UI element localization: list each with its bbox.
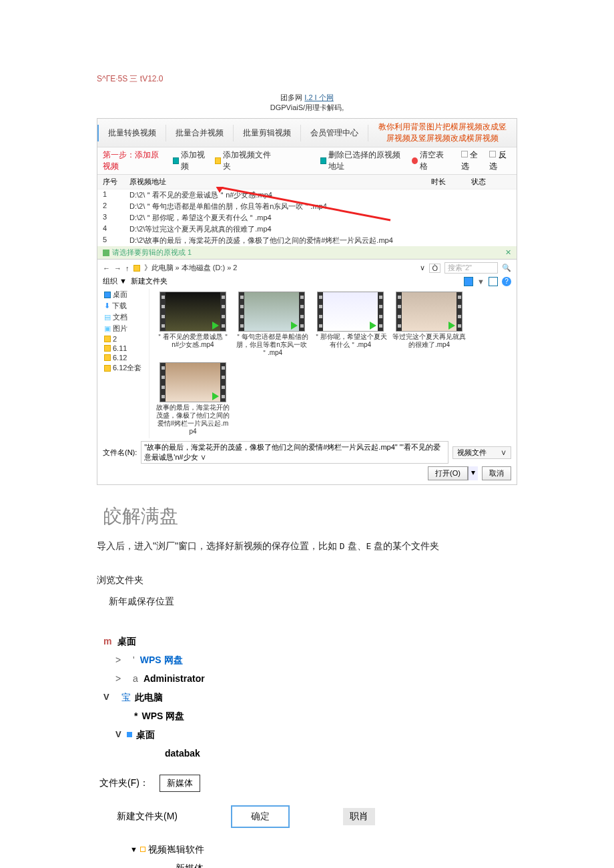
- folder-tree: m 桌面 'WPS 网盘 aAdministrator 宝此电脑 *WPS 网盘…: [103, 632, 517, 763]
- sidebar-item-pictures[interactable]: ▣图片: [103, 323, 149, 334]
- table-row[interactable]: 3D:\2\＂那你呢，希望这个夏天有什么＂.mp4: [97, 212, 517, 224]
- add-video-button[interactable]: 添加视频: [173, 149, 208, 172]
- list-header: 序号 原视频地址 时长 状态: [97, 175, 517, 189]
- close-icon[interactable]: ✕: [505, 248, 511, 257]
- delete-selected-button[interactable]: 删除已选择的原视频地址: [320, 149, 405, 172]
- add-video-icon: [173, 157, 179, 164]
- promo-hint: 教你利用背景图片把横屏视频改成竖屏视频及竖屏视频改成横屏视频: [368, 119, 517, 147]
- tree-node-video-soft[interactable]: ▼ 视频嶲辑软件: [130, 840, 517, 859]
- cancel-button-2[interactable]: 职肖: [343, 808, 375, 825]
- ok-button[interactable]: 确定: [231, 805, 290, 828]
- sidebar-item-folder-2[interactable]: 2: [103, 334, 149, 344]
- video-thumbnail[interactable]: 等过完这个夏天再见就真的很难了.mp4: [392, 292, 466, 349]
- clear-icon: [412, 157, 418, 164]
- search-icon[interactable]: 🔍: [502, 264, 511, 272]
- nav-fwd-icon[interactable]: →: [114, 264, 121, 272]
- organize-menu[interactable]: 组织 ▼: [103, 276, 127, 286]
- app-window: 批量转换视频 批量合并视频 批量剪辑视频 会员管理中心 教你利用背景图片把横屏视…: [97, 118, 517, 485]
- section-heading: 皎解满盘: [103, 504, 517, 529]
- dialog-sidebar: 桌面 ⬇下载 ▤文档 ▣图片 2 6.11 6.12 6.12全套: [103, 289, 149, 438]
- preview-pane-icon[interactable]: [489, 277, 498, 286]
- sidebar-item-downloads[interactable]: ⬇下载: [103, 300, 149, 312]
- tab-merge[interactable]: 批量合并视频: [166, 125, 234, 141]
- video-thumbnail[interactable]: ＂每句忠语都是单船借的朋，你且等着n东风一吹＂.mp4: [235, 292, 308, 357]
- sidebar-item-folder-612[interactable]: 6.12: [103, 353, 149, 362]
- tree-node-newmedia[interactable]: 新媒体: [176, 859, 517, 868]
- sidebar-item-desktop[interactable]: 桌面: [103, 289, 149, 300]
- instruction-paragraph: 导入后，进入"浏厂"窗口，选择好新视频的保存位置，比如 D 盘、E 盘的某个文件…: [97, 538, 517, 554]
- breadcrumb-path[interactable]: 》此电脑 » 本地磁盘 (D:) » 2: [144, 263, 416, 273]
- table-row[interactable]: 4D:\2\等过完这个夏天再见就真的很难了.mp4: [97, 224, 517, 235]
- folder-field-label: 文件夹(F)：: [99, 777, 149, 789]
- folder-field-input[interactable]: 新媒体: [160, 775, 200, 792]
- tree-node-wps[interactable]: 'WPS 网盘: [115, 650, 517, 669]
- clear-table-button[interactable]: 清空表格: [412, 149, 447, 172]
- table-row[interactable]: 5D:\2\故事的最后，海棠花开的茂盛，像极了他们之间的爱情#烤栏一片风云起.m…: [97, 235, 517, 246]
- browse-folder-title: 浏览文件夹: [97, 574, 517, 586]
- step-label: 第一步：添加原视频: [103, 149, 166, 172]
- tabs-row: 批量转换视频 批量合并视频 批量剪辑视频 会员管理中心 教你利用背景图片把横屏视…: [97, 119, 517, 147]
- file-open-dialog: ← → ↑ 》此电脑 » 本地磁盘 (D:) » 2 ∨Ò 搜索"2" 🔍 组织…: [97, 259, 517, 484]
- help-icon[interactable]: ?: [502, 277, 511, 286]
- add-folder-button[interactable]: 添加视频文件夹: [215, 149, 272, 172]
- table-row[interactable]: 2D:\2\＂每句忠语都是单船借的朋，你且等着n东风一吹＂.mp4: [97, 201, 517, 212]
- video-thumbnail[interactable]: 故事的最后，海棠花开的茂盛，像极了他们之间的爱情#烤栏一片风云起.mp4: [156, 362, 230, 436]
- tail-tree: ▼ 视频嶲辑软件 新媒体 >‰本地磁盆(C:): [130, 840, 517, 868]
- col-duration: 时长: [431, 177, 471, 187]
- filename-input[interactable]: "故事的最后，海棠花开的茂盛，像极了他们之间的爱情#烤栏一片风云起.mp4" "…: [141, 441, 448, 464]
- make-folder-button[interactable]: 新建文件夹(M): [117, 811, 178, 823]
- open-button[interactable]: 打开(O)▾: [428, 466, 478, 480]
- tree-node-desktop-2[interactable]: 桌面: [115, 725, 517, 744]
- filename-label: 文件名(N):: [103, 448, 137, 458]
- sidebar-item-folder-612all[interactable]: 6.12全套: [103, 362, 149, 374]
- invert-checkbox[interactable]: 反选: [489, 149, 511, 172]
- sidebar-item-documents[interactable]: ▤文档: [103, 312, 149, 323]
- tree-node-thispc[interactable]: 宝此电脑: [103, 688, 517, 707]
- col-path: 原视频地址: [129, 177, 431, 187]
- video-thumbnail[interactable]: ＂看不见的爱意最诚恳＂n#少女感.mp4: [156, 292, 230, 349]
- file-type-filter[interactable]: 视频文件 ∨: [452, 446, 511, 459]
- tree-node-desktop[interactable]: m 桌面: [103, 632, 517, 650]
- tab-edit[interactable]: 批量剪辑视频: [234, 125, 301, 141]
- tab-convert[interactable]: 批量转换视频: [97, 125, 166, 141]
- nav-back-icon[interactable]: ←: [103, 264, 110, 272]
- folder-icon: [127, 732, 132, 737]
- table-row[interactable]: 1D:\2\＂看不见的爱意最诚恳＂n#少女感.mp4: [97, 189, 517, 201]
- view-mode-icon[interactable]: [464, 277, 473, 286]
- search-input[interactable]: 搜索"2": [444, 262, 498, 274]
- header-code-line: S^ГE·5S 三 tV12.0: [97, 73, 517, 85]
- save-location-label: 新年戚保存位置: [109, 596, 517, 608]
- tab-member[interactable]: 会员管理中心: [301, 125, 368, 141]
- delete-icon: [320, 157, 326, 164]
- header-center-block: 团多网 I.2 I 个网 DGPViaiS/用理卡解码,: [97, 93, 517, 113]
- tree-node-admin[interactable]: aAdministrator: [115, 669, 517, 688]
- nav-up-icon[interactable]: ↑: [125, 264, 129, 272]
- status-strip: 请选择要剪辑的原视或 1 ✕: [97, 246, 517, 259]
- folder-icon: [133, 265, 140, 272]
- tree-node-wps-2[interactable]: *WPS 网盘: [134, 707, 517, 725]
- video-thumbnail[interactable]: ＂那你呢，希望这个夏天有什么＂.mp4: [314, 292, 387, 349]
- add-folder-icon: [215, 157, 221, 164]
- new-folder-button[interactable]: 新建文件夹: [131, 276, 168, 286]
- toolbar: 第一步：添加原视频 添加视频 添加视频文件夹 删除已选择的原视频地址 清空表格 …: [97, 147, 517, 175]
- sidebar-item-folder-611[interactable]: 6.11: [103, 344, 149, 353]
- col-status: 状态: [471, 177, 511, 187]
- tree-node-databak[interactable]: databak: [165, 744, 517, 763]
- thumbnail-grid: ＂看不见的爱意最诚恳＂n#少女感.mp4 ＂每句忠语都是单船借的朋，你且等着n东…: [154, 289, 511, 438]
- select-all-checkbox[interactable]: 全选: [461, 149, 483, 172]
- cancel-button[interactable]: 取消: [482, 466, 511, 480]
- folder-name-field: 文件夹(F)： 新媒体: [99, 775, 517, 792]
- header-link[interactable]: I.2 I 个网: [304, 93, 333, 101]
- col-index: 序号: [103, 177, 129, 187]
